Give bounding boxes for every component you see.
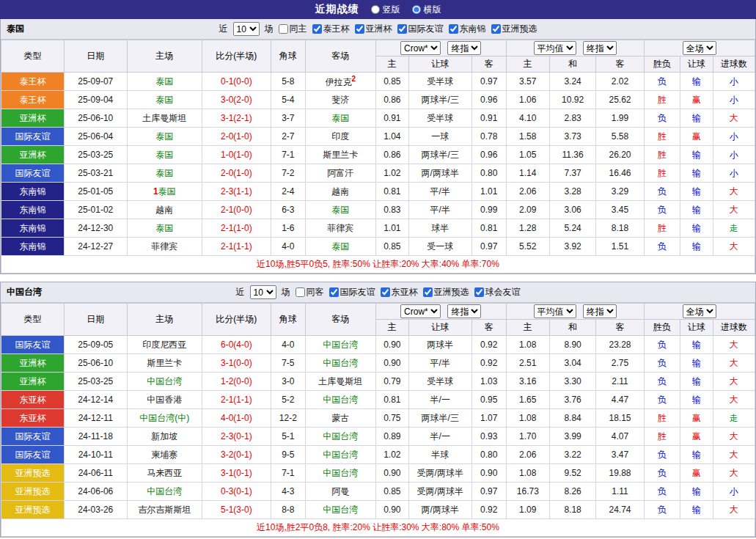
home-team-name[interactable]: 柬埔寨 — [151, 450, 177, 460]
competition-checkbox[interactable] — [474, 287, 484, 297]
home-team[interactable]: 中国香港 — [127, 391, 202, 409]
away-team[interactable]: 中国台湾 — [305, 428, 375, 446]
away-team-name[interactable]: 中国台湾 — [323, 358, 358, 368]
competition-filter[interactable]: 国际友谊 — [397, 23, 444, 35]
home-team-name[interactable]: 泰国 — [155, 131, 173, 142]
home-team[interactable]: 新加坡 — [127, 428, 202, 446]
home-team-name[interactable]: 中国台湾 — [147, 376, 182, 386]
horizontal-layout-radio[interactable] — [412, 5, 421, 14]
home-team-name[interactable]: 印度尼西亚 — [142, 340, 186, 350]
home-team[interactable]: 菲律宾 — [127, 238, 202, 256]
away-team-name[interactable]: 泰国 — [331, 241, 349, 252]
avg-stage-select[interactable]: 终指 — [583, 304, 617, 318]
home-team[interactable]: 马来西亚 — [127, 464, 202, 483]
home-team[interactable]: 中国台湾 — [127, 373, 202, 391]
competition-checkbox[interactable] — [329, 287, 339, 297]
away-team-name[interactable]: 土库曼斯坦 — [318, 376, 362, 386]
away-team-name[interactable]: 伊拉克 — [326, 77, 352, 87]
home-team-name[interactable]: 泰国 — [155, 168, 173, 178]
home-team[interactable]: 1泰国 — [127, 183, 202, 201]
away-team-name[interactable]: 阿富汗 — [327, 168, 353, 178]
home-team-name[interactable]: 新加坡 — [151, 431, 177, 441]
away-team[interactable]: 中国台湾 — [305, 354, 375, 373]
avg-stage-select[interactable]: 终指 — [583, 41, 617, 55]
away-team-name[interactable]: 斐济 — [331, 95, 349, 105]
away-team[interactable]: 印度 — [305, 128, 375, 146]
away-team-name[interactable]: 越南 — [331, 186, 349, 197]
away-team[interactable]: 中国台湾 — [305, 464, 375, 483]
home-team[interactable]: 中国台湾 — [127, 483, 202, 501]
home-team-name[interactable]: 中国台湾 — [147, 486, 182, 496]
home-team[interactable]: 柬埔寨 — [127, 446, 202, 464]
full-match-select[interactable]: 全场 — [683, 304, 716, 318]
away-team[interactable]: 泰国 — [305, 201, 375, 219]
home-team-name[interactable]: 吉尔吉斯斯坦 — [138, 505, 191, 515]
layout-option-horizontal[interactable]: 横版 — [412, 4, 441, 16]
away-team-name[interactable]: 泰国 — [331, 113, 349, 123]
away-team-name[interactable]: 中国台湾 — [323, 505, 358, 515]
home-team-name[interactable]: 泰国 — [155, 76, 173, 87]
away-team[interactable]: 斐济 — [305, 91, 375, 109]
competition-filter[interactable]: 国际友谊 — [329, 286, 375, 298]
away-team[interactable]: 泰国 — [305, 109, 375, 128]
avg-source-select[interactable]: 平均值 — [534, 41, 576, 55]
home-team[interactable]: 泰国 — [127, 164, 202, 183]
away-team[interactable]: 斯里兰卡 — [305, 146, 375, 164]
home-team-name[interactable]: 泰国 — [158, 186, 176, 197]
away-team[interactable]: 越南 — [305, 183, 375, 201]
home-team[interactable]: 泰国 — [127, 219, 202, 238]
home-team-name[interactable]: 土库曼斯坦 — [142, 113, 186, 123]
away-team-name[interactable]: 蒙古 — [331, 413, 349, 423]
same-venue-filter[interactable]: 同主 — [279, 23, 307, 35]
away-team[interactable]: 中国台湾 — [305, 501, 375, 519]
away-team-name[interactable]: 斯里兰卡 — [323, 150, 358, 160]
home-team-name[interactable]: 泰国 — [155, 150, 173, 160]
away-team[interactable]: 中国台湾 — [305, 391, 375, 409]
home-team[interactable]: 泰国 — [127, 128, 202, 146]
home-team[interactable]: 泰国 — [127, 91, 202, 109]
home-team[interactable]: 泰国 — [127, 146, 202, 164]
home-team[interactable]: 土库曼斯坦 — [127, 109, 202, 128]
away-team[interactable]: 阿富汗 — [305, 164, 375, 183]
home-team[interactable]: 印度尼西亚 — [127, 336, 202, 354]
competition-filter[interactable]: 亚洲预选 — [423, 286, 469, 298]
competition-filter[interactable]: 东亚杯 — [381, 286, 418, 298]
competition-checkbox[interactable] — [423, 287, 433, 297]
away-team-name[interactable]: 中国台湾 — [323, 340, 358, 350]
away-team[interactable]: 菲律宾 — [305, 219, 375, 238]
full-match-select[interactable]: 全场 — [683, 41, 716, 55]
home-team-name[interactable]: 菲律宾 — [151, 241, 177, 252]
home-team[interactable]: 越南 — [127, 201, 202, 219]
away-team-name[interactable]: 中国台湾 — [323, 468, 358, 478]
away-team[interactable]: 泰国 — [305, 238, 375, 256]
competition-checkbox[interactable] — [397, 24, 407, 34]
away-team[interactable]: 伊拉克2 — [305, 73, 375, 91]
home-team-name[interactable]: 马来西亚 — [147, 468, 182, 478]
away-team-name[interactable]: 泰国 — [331, 205, 349, 215]
odds-stage-select[interactable]: 终指 — [447, 41, 481, 55]
odds-company-select[interactable]: Crow* — [400, 304, 441, 318]
competition-checkbox[interactable] — [381, 287, 390, 297]
away-team[interactable]: 阿曼 — [305, 483, 375, 501]
layout-option-vertical[interactable]: 竖版 — [371, 4, 400, 16]
away-team[interactable]: 蒙古 — [305, 409, 375, 428]
away-team[interactable]: 中国台湾 — [305, 446, 375, 464]
away-team[interactable]: 土库曼斯坦 — [305, 373, 375, 391]
home-team[interactable]: 吉尔吉斯斯坦 — [127, 501, 202, 519]
home-team-name[interactable]: 泰国 — [155, 223, 173, 233]
away-team-name[interactable]: 印度 — [331, 131, 349, 142]
competition-filter[interactable]: 亚洲预选 — [491, 23, 537, 35]
competition-checkbox[interactable] — [491, 24, 501, 34]
away-team-name[interactable]: 中国台湾 — [323, 395, 358, 405]
competition-checkbox[interactable] — [312, 24, 322, 34]
away-team-name[interactable]: 阿曼 — [331, 486, 349, 496]
away-team-name[interactable]: 菲律宾 — [327, 223, 353, 233]
away-team[interactable]: 中国台湾 — [305, 336, 375, 354]
home-team-name[interactable]: 越南 — [155, 205, 173, 215]
match-count-select[interactable]: 10 — [233, 22, 260, 36]
competition-filter[interactable]: 泰王杯 — [312, 23, 350, 35]
competition-filter[interactable]: 东南锦 — [449, 23, 486, 35]
away-team-name[interactable]: 中国台湾 — [323, 450, 358, 460]
home-team[interactable]: 斯里兰卡 — [127, 354, 202, 373]
competition-filter[interactable]: 球会友谊 — [474, 286, 521, 298]
